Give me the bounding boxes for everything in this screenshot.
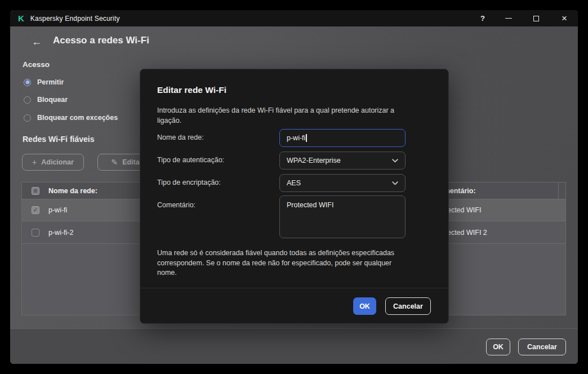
pencil-icon: ✎ xyxy=(111,158,118,167)
comment-textarea[interactable]: Protected WIFI xyxy=(279,195,406,238)
titlebar: K Kaspersky Endpoint Security ? × xyxy=(10,10,578,26)
network-name-cell: p-wi-fi xyxy=(48,206,67,214)
ok-button[interactable]: OK xyxy=(486,339,510,355)
page-title: Acesso a redes Wi-Fi xyxy=(53,35,149,46)
radio-selected-icon xyxy=(24,79,31,86)
radio-icon xyxy=(24,114,31,122)
encryption-type-select[interactable]: AES xyxy=(279,174,406,192)
radio-bloquear[interactable]: Bloquear xyxy=(24,94,68,105)
minimize-icon xyxy=(505,18,512,19)
screen: K Kaspersky Endpoint Security ? × ← Aces… xyxy=(0,0,588,374)
add-network-button[interactable]: + Adicionar xyxy=(22,154,84,171)
plus-icon: + xyxy=(32,158,37,167)
dialog-description: Introduza as definições da rede Wi-Fi fi… xyxy=(157,106,394,126)
row-checkbox-checked[interactable]: ✓ xyxy=(32,206,39,214)
app-title: Kaspersky Endpoint Security xyxy=(30,15,120,23)
radio-label: Permitir xyxy=(37,78,64,86)
minimize-button[interactable] xyxy=(502,10,515,26)
network-name-input[interactable]: p-wi-fi xyxy=(279,129,406,147)
window-footer: OK Cancelar xyxy=(10,328,578,364)
access-heading: Acesso xyxy=(23,60,50,69)
radio-icon xyxy=(24,96,31,104)
edit-wifi-dialog: Editar rede Wi-Fi Introduza as definiçõe… xyxy=(140,69,449,324)
dialog-title: Editar rede Wi-Fi xyxy=(157,85,226,95)
kaspersky-logo-icon: K xyxy=(18,14,24,23)
note-line: correspondem. Se o nome da rede não for … xyxy=(157,259,394,269)
maximize-button[interactable] xyxy=(529,10,543,26)
description-line: ligação. xyxy=(157,116,394,126)
column-header-name: Nome da rede: xyxy=(48,187,97,195)
chevron-down-icon xyxy=(392,181,398,185)
radio-bloquear-com-excecoes[interactable]: Bloquear com exceções xyxy=(24,112,118,123)
close-button[interactable]: × xyxy=(558,10,571,26)
dialog-ok-button[interactable]: OK xyxy=(353,297,376,315)
text-caret xyxy=(306,134,307,142)
maximize-icon xyxy=(533,16,539,21)
cancel-button[interactable]: Cancelar xyxy=(518,339,566,355)
back-button[interactable]: ← xyxy=(29,35,44,48)
trusted-networks-heading: Redes Wi-Fi fiáveis xyxy=(23,135,94,144)
auth-type-value: WPA2-Enterprise xyxy=(287,157,341,164)
header-separator xyxy=(558,182,559,199)
dialog-note: Uma rede só é considerada fiável quando … xyxy=(157,248,394,278)
dialog-cancel-button[interactable]: Cancelar xyxy=(385,297,431,315)
network-name-label: Nome da rede: xyxy=(157,133,204,141)
add-network-label: Adicionar xyxy=(41,158,74,166)
comment-label: Comentário: xyxy=(157,201,195,209)
network-name-cell: p-wi-fi-2 xyxy=(48,229,73,237)
description-line: Introduza as definições da rede Wi-Fi fi… xyxy=(157,106,394,116)
note-line: nome. xyxy=(157,268,394,278)
network-name-value: p-wi-fi xyxy=(287,134,305,142)
row-checkbox[interactable] xyxy=(32,229,39,237)
kaspersky-window: K Kaspersky Endpoint Security ? × ← Aces… xyxy=(10,10,578,364)
note-line: Uma rede só é considerada fiável quando … xyxy=(157,248,394,259)
dialog-footer: OK Cancelar xyxy=(140,288,448,323)
auth-type-label: Tipo de autenticação: xyxy=(157,156,224,164)
encryption-type-label: Tipo de encriptação: xyxy=(157,179,221,186)
select-all-checkbox[interactable] xyxy=(32,187,39,195)
radio-label: Bloquear com exceções xyxy=(37,114,118,122)
radio-permitir[interactable]: Permitir xyxy=(24,77,64,88)
chevron-down-icon xyxy=(392,159,398,163)
auth-type-select[interactable]: WPA2-Enterprise xyxy=(279,152,406,170)
radio-label: Bloquear xyxy=(37,96,68,104)
encryption-type-value: AES xyxy=(287,179,301,187)
help-button[interactable]: ? xyxy=(476,10,489,26)
